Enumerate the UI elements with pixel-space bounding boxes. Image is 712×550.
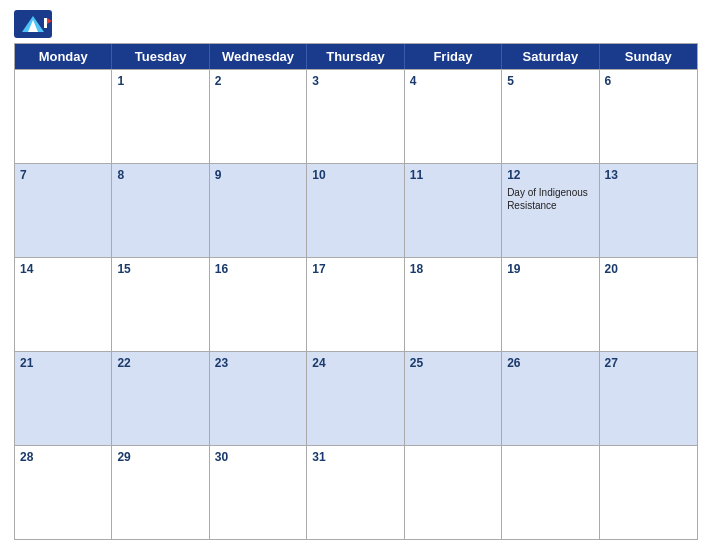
calendar-cell: 3 [307, 70, 404, 163]
logo-icon [14, 10, 52, 38]
calendar-cell: 22 [112, 352, 209, 445]
day-number: 17 [312, 261, 398, 278]
calendar-cell: 27 [600, 352, 697, 445]
calendar-cell: 8 [112, 164, 209, 257]
day-number: 8 [117, 167, 203, 184]
day-number: 21 [20, 355, 106, 372]
day-number: 22 [117, 355, 203, 372]
calendar-cell: 7 [15, 164, 112, 257]
header [14, 10, 698, 39]
day-number: 2 [215, 73, 301, 90]
day-number: 3 [312, 73, 398, 90]
calendar-cell: 11 [405, 164, 502, 257]
calendar-week: 28293031 [15, 445, 697, 539]
svg-rect-3 [44, 18, 47, 28]
calendar-week: 123456 [15, 69, 697, 163]
calendar-cell: 23 [210, 352, 307, 445]
day-number: 25 [410, 355, 496, 372]
calendar-body: 123456789101112Day of Indigenous Resista… [15, 69, 697, 539]
calendar-cell [15, 70, 112, 163]
calendar-cell: 12Day of Indigenous Resistance [502, 164, 599, 257]
day-number: 26 [507, 355, 593, 372]
calendar-cell: 1 [112, 70, 209, 163]
logo-area [14, 10, 52, 39]
calendar-cell: 10 [307, 164, 404, 257]
calendar-cell: 21 [15, 352, 112, 445]
calendar-cell [405, 446, 502, 539]
day-number: 29 [117, 449, 203, 466]
day-number: 23 [215, 355, 301, 372]
weekday-header: Friday [405, 44, 502, 69]
calendar-week: 21222324252627 [15, 351, 697, 445]
day-number: 30 [215, 449, 301, 466]
day-number: 5 [507, 73, 593, 90]
day-number: 20 [605, 261, 692, 278]
calendar-cell: 30 [210, 446, 307, 539]
day-number: 16 [215, 261, 301, 278]
calendar-header: MondayTuesdayWednesdayThursdayFridaySatu… [15, 44, 697, 69]
page: MondayTuesdayWednesdayThursdayFridaySatu… [0, 0, 712, 550]
day-number: 12 [507, 167, 593, 184]
calendar-cell: 9 [210, 164, 307, 257]
calendar-cell: 29 [112, 446, 209, 539]
calendar-cell: 4 [405, 70, 502, 163]
day-number: 10 [312, 167, 398, 184]
day-number: 31 [312, 449, 398, 466]
weekday-header: Wednesday [210, 44, 307, 69]
calendar-cell: 5 [502, 70, 599, 163]
calendar-cell: 6 [600, 70, 697, 163]
weekday-header: Sunday [600, 44, 697, 69]
day-number: 9 [215, 167, 301, 184]
day-number: 15 [117, 261, 203, 278]
weekday-header: Tuesday [112, 44, 209, 69]
calendar-week: 789101112Day of Indigenous Resistance13 [15, 163, 697, 257]
calendar-cell: 20 [600, 258, 697, 351]
calendar-cell: 16 [210, 258, 307, 351]
day-event: Day of Indigenous Resistance [507, 186, 593, 212]
calendar-cell: 15 [112, 258, 209, 351]
day-number: 1 [117, 73, 203, 90]
calendar-cell [600, 446, 697, 539]
day-number: 4 [410, 73, 496, 90]
calendar-cell: 18 [405, 258, 502, 351]
calendar: MondayTuesdayWednesdayThursdayFridaySatu… [14, 43, 698, 540]
weekday-header: Thursday [307, 44, 404, 69]
calendar-cell: 2 [210, 70, 307, 163]
calendar-cell [502, 446, 599, 539]
day-number: 14 [20, 261, 106, 278]
day-number: 13 [605, 167, 692, 184]
weekday-header: Saturday [502, 44, 599, 69]
day-number: 27 [605, 355, 692, 372]
day-number: 11 [410, 167, 496, 184]
calendar-cell: 17 [307, 258, 404, 351]
calendar-cell: 31 [307, 446, 404, 539]
calendar-cell: 14 [15, 258, 112, 351]
calendar-cell: 28 [15, 446, 112, 539]
calendar-cell: 24 [307, 352, 404, 445]
calendar-cell: 26 [502, 352, 599, 445]
day-number: 18 [410, 261, 496, 278]
calendar-cell: 25 [405, 352, 502, 445]
day-number: 24 [312, 355, 398, 372]
weekday-header: Monday [15, 44, 112, 69]
day-number: 28 [20, 449, 106, 466]
day-number: 19 [507, 261, 593, 278]
calendar-cell: 13 [600, 164, 697, 257]
day-number: 6 [605, 73, 692, 90]
calendar-week: 14151617181920 [15, 257, 697, 351]
day-number: 7 [20, 167, 106, 184]
calendar-cell: 19 [502, 258, 599, 351]
